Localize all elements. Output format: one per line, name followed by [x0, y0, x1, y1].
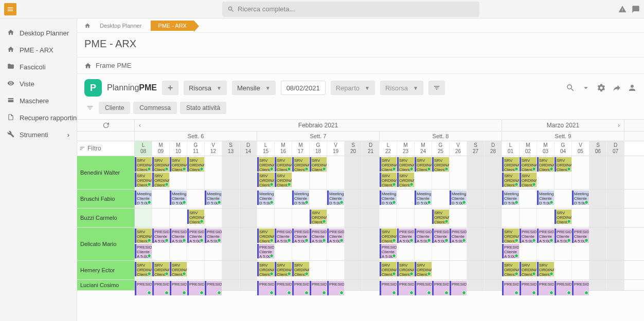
- task-block[interactable]: SRV ORDINA Cliente: [415, 157, 432, 172]
- task-block[interactable]: SRV ORDINA Cliente: [292, 262, 309, 276]
- task-block[interactable]: PRESIDI Cliente A 5:00: [292, 229, 309, 243]
- task-block[interactable]: Meeting Cliente D 5:00: [380, 191, 397, 205]
- sidebar-item-3[interactable]: Viste: [0, 75, 77, 92]
- task-block[interactable]: PRESIDI: [310, 281, 327, 295]
- task-block[interactable]: SRV ORDINA Cliente: [152, 262, 169, 276]
- task-block[interactable]: SRV ORDINA Cliente: [554, 157, 571, 172]
- task-block[interactable]: SRV ORDINA Cliente: [380, 157, 397, 172]
- task-block[interactable]: PRESIDI: [554, 281, 571, 295]
- task-block[interactable]: PRESIDI: [537, 281, 554, 295]
- task-block[interactable]: PRESIDI Cliente A 5:00: [275, 229, 292, 243]
- task-block[interactable]: PRESIDI: [257, 281, 274, 295]
- task-block[interactable]: PRESIDI: [520, 281, 536, 295]
- task-block[interactable]: SRV ORDINA Cliente: [537, 262, 554, 276]
- task-block[interactable]: SRV ORDINA Cliente: [152, 173, 169, 187]
- task-block[interactable]: PRESIDI Cliente A 5:00: [310, 229, 327, 243]
- breadcrumb-item[interactable]: Desktop Planner: [100, 23, 141, 29]
- sort-filter-corner[interactable]: [77, 141, 135, 156]
- task-block[interactable]: PRESIDI Cliente A 5:00: [152, 229, 169, 243]
- task-block[interactable]: Meeting Cliente D 5:00: [450, 191, 467, 205]
- task-block[interactable]: SRV ORDINA Cliente: [135, 157, 152, 172]
- task-block[interactable]: PRESIDI: [450, 281, 467, 295]
- resource-name[interactable]: Luciani Cosimo: [77, 280, 135, 290]
- task-block[interactable]: PRESIDI: [380, 281, 397, 295]
- resource-name[interactable]: Delicato Mario: [77, 228, 135, 260]
- task-block[interactable]: SRV ORDINA Cliente: [537, 157, 554, 172]
- filter-chip-2[interactable]: Stato attività: [180, 102, 226, 114]
- task-block[interactable]: PRESIDI Cliente A 5:00: [432, 229, 449, 243]
- task-block[interactable]: SRV ORDINA Cliente: [275, 173, 292, 187]
- task-block[interactable]: Meeting Cliente D 5:00: [415, 191, 432, 205]
- task-block[interactable]: PRESIDI Cliente A 5:00: [537, 229, 554, 243]
- sidebar-item-1[interactable]: PME - ARX: [0, 42, 77, 59]
- gear-icon[interactable]: [597, 83, 606, 92]
- task-block[interactable]: PRESIDI Cliente A 5:00: [257, 244, 274, 258]
- task-block[interactable]: SRV ORDINA Cliente: [502, 229, 519, 243]
- sidebar-item-6[interactable]: Strumenti›: [0, 126, 77, 143]
- task-block[interactable]: SRV ORDINA Cliente: [502, 157, 519, 172]
- sidebar-item-2[interactable]: Fascicoli: [0, 59, 77, 75]
- task-block[interactable]: Meeting Cliente D 5:00: [327, 191, 344, 205]
- resource-name[interactable]: Hemery Ector: [77, 261, 135, 279]
- task-block[interactable]: SRV ORDINA Cliente: [397, 157, 414, 172]
- home-icon[interactable]: [84, 23, 91, 29]
- warning-icon[interactable]: [618, 5, 627, 13]
- task-block[interactable]: PRESIDI: [415, 281, 432, 295]
- sidebar-item-4[interactable]: Maschere: [0, 92, 77, 109]
- task-block[interactable]: SRV ORDINA Cliente: [520, 262, 536, 276]
- resource-name[interactable]: Benedini Walter: [77, 156, 135, 189]
- task-block[interactable]: PRESIDI: [572, 281, 589, 295]
- filter-chip-1[interactable]: Commessa: [133, 102, 177, 114]
- chat-icon[interactable]: [632, 5, 640, 13]
- user-icon[interactable]: [628, 83, 637, 92]
- task-block[interactable]: SRV ORDINA Cliente: [502, 262, 519, 276]
- resource-name[interactable]: Bruschi Fabio: [77, 190, 135, 208]
- task-block[interactable]: SRV ORDINA Cliente: [415, 262, 432, 276]
- task-block[interactable]: SRV ORDINA Cliente: [520, 173, 536, 187]
- resource-select[interactable]: Risorsa▼: [380, 81, 423, 95]
- task-block[interactable]: Meeting Cliente D 5:00: [257, 191, 274, 205]
- filter-toggle[interactable]: [428, 81, 445, 95]
- resource-name[interactable]: Buzzi Carmelo: [77, 209, 135, 227]
- task-block[interactable]: Meeting Cliente D 5:00: [572, 191, 589, 205]
- task-block[interactable]: SRV ORDINA Cliente: [135, 229, 152, 243]
- task-block[interactable]: PRESIDI Cliente A 5:00: [205, 229, 222, 243]
- search-icon[interactable]: [566, 83, 575, 92]
- task-block[interactable]: PRESIDI Cliente A 5:00: [187, 229, 204, 243]
- task-block[interactable]: PRESIDI Cliente A 5:00: [397, 229, 414, 243]
- task-block[interactable]: PRESIDI: [275, 281, 292, 295]
- task-block[interactable]: PRESIDI Cliente A 5:00: [327, 229, 344, 243]
- task-block[interactable]: Meeting Cliente D 5:00: [502, 191, 519, 205]
- task-block[interactable]: SRV ORDINA Cliente: [170, 262, 187, 276]
- task-block[interactable]: SRV ORDINA Cliente: [292, 157, 309, 172]
- task-block[interactable]: PRESIDI: [397, 281, 414, 295]
- period-select[interactable]: Mensile▼: [232, 81, 276, 95]
- task-block[interactable]: SRV ORDINA Cliente: [187, 157, 204, 172]
- task-block[interactable]: SRV ORDINA Cliente: [432, 210, 449, 224]
- task-block[interactable]: PRESIDI: [327, 281, 344, 295]
- task-block[interactable]: SRV ORDINA Cliente: [257, 173, 274, 187]
- task-block[interactable]: Meeting Cliente D 5:00: [170, 191, 187, 205]
- task-block[interactable]: SRV ORDINA Cliente: [187, 210, 204, 224]
- task-block[interactable]: SRV ORDINA Cliente: [380, 262, 397, 276]
- prev-month[interactable]: ‹: [139, 122, 141, 129]
- task-block[interactable]: PRESIDI: [152, 281, 169, 295]
- task-block[interactable]: PRESIDI Cliente A 5:00: [415, 229, 432, 243]
- task-block[interactable]: PRESIDI Cliente A 5:00: [135, 244, 152, 258]
- share-icon[interactable]: [612, 83, 621, 92]
- task-block[interactable]: SRV ORDINA Cliente: [502, 173, 519, 187]
- task-block[interactable]: SRV ORDINA Cliente: [170, 157, 187, 172]
- task-block[interactable]: SRV ORDINA Cliente: [520, 157, 536, 172]
- sidebar-item-5[interactable]: Recupero rapportini P...: [0, 109, 77, 126]
- task-block[interactable]: SRV ORDINA Cliente: [275, 157, 292, 172]
- task-block[interactable]: PRESIDI Cliente A 5:00: [450, 229, 467, 243]
- resource-filter-input[interactable]: [87, 145, 118, 152]
- task-block[interactable]: SRV ORDINA Cliente: [135, 173, 152, 187]
- task-block[interactable]: PRESIDI: [170, 281, 187, 295]
- task-block[interactable]: PRESIDI Cliente A 5:00: [170, 229, 187, 243]
- hamburger-button[interactable]: [4, 3, 16, 15]
- task-block[interactable]: PRESIDI: [205, 281, 222, 295]
- caret-down-icon[interactable]: [581, 83, 591, 92]
- department-select[interactable]: Reparto▼: [331, 81, 375, 95]
- task-block[interactable]: PRESIDI Cliente A 5:00: [380, 244, 397, 258]
